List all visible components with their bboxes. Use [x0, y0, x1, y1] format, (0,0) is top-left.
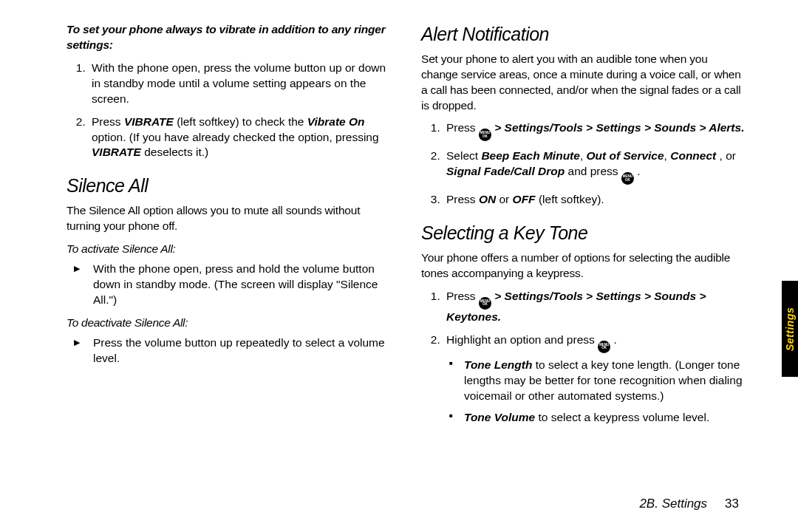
left-column: To set your phone always to vibrate in a… — [66, 22, 392, 510]
keytone-step-1: Press MENUOK > Settings/Tools > Settings… — [443, 289, 746, 325]
deactivate-silence-list: Press the volume button up repeatedly to… — [66, 335, 392, 366]
alert-steps: Press MENUOK > Settings/Tools > Settings… — [421, 120, 746, 208]
silence-all-heading: Silence All — [66, 174, 392, 199]
alert-notification-heading: Alert Notification — [421, 22, 746, 47]
activate-silence-list: With the phone open, press and hold the … — [66, 262, 392, 308]
activate-silence-heading: To activate Silence All: — [66, 242, 392, 257]
footer-page-number: 33 — [725, 497, 739, 511]
manual-page: To set your phone always to vibrate in a… — [0, 0, 798, 532]
right-column: Alert Notification Set your phone to ale… — [421, 22, 746, 510]
menu-ok-icon: MENUOK — [479, 129, 491, 141]
keytone-step-2: Highlight an option and press MENUOK . T… — [443, 332, 746, 426]
vibrate-step-1: With the phone open, press the volume bu… — [89, 61, 392, 107]
footer-section: 2B. Settings — [639, 497, 707, 511]
key-tone-desc: Your phone offers a number of options fo… — [421, 250, 746, 282]
page-footer: 2B. Settings33 — [639, 497, 739, 511]
keytone-steps: Press MENUOK > Settings/Tools > Settings… — [421, 289, 746, 426]
tone-length-item: Tone Length to select a key tone length.… — [460, 358, 746, 404]
alert-step-1: Press MENUOK > Settings/Tools > Settings… — [443, 120, 746, 141]
silence-all-desc: The Silence All option allows you to mut… — [66, 203, 392, 234]
section-tab: Settings — [782, 281, 798, 377]
vibrate-steps: With the phone open, press the volume bu… — [66, 61, 392, 161]
menu-ok-icon: MENUOK — [621, 172, 634, 185]
alert-notification-desc: Set your phone to alert you with an audi… — [421, 52, 746, 114]
key-tone-heading: Selecting a Key Tone — [421, 221, 746, 246]
vibrate-intro: To set your phone always to vibrate in a… — [66, 22, 392, 53]
tone-volume-item: Tone Volume to select a keypress volume … — [460, 410, 746, 426]
keytone-sublist: Tone Length to select a key tone length.… — [446, 358, 746, 426]
alert-step-3: Press ON or OFF (left softkey). — [443, 192, 746, 208]
vibrate-step-2: Press VIBRATE (left softkey) to check th… — [89, 115, 392, 161]
menu-ok-icon: MENUOK — [479, 297, 491, 310]
alert-step-2: Select Beep Each Minute, Out of Service,… — [443, 149, 746, 185]
menu-ok-icon: MENUOK — [598, 341, 610, 353]
deactivate-silence-heading: To deactivate Silence All: — [66, 316, 392, 331]
deactivate-silence-item: Press the volume button up repeatedly to… — [89, 335, 392, 366]
activate-silence-item: With the phone open, press and hold the … — [89, 262, 392, 308]
